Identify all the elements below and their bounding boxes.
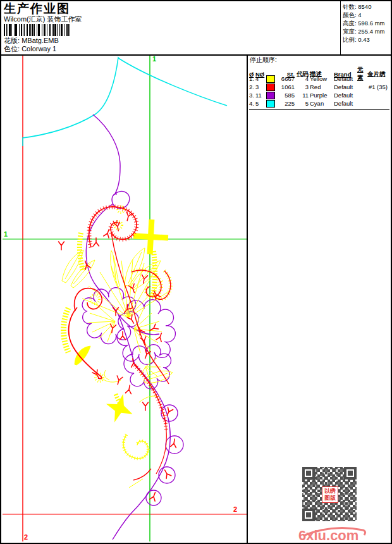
marker-label-right: 2: [233, 505, 237, 513]
stop-sequence-table: Ø NØ St. 代码 描述 Brand 元素 金片绣 1.4 66674 Ye…: [249, 66, 389, 110]
barcode: [4, 24, 71, 36]
table-header-row: Ø NØ St. 代码 描述 Brand 元素 金片绣: [249, 66, 389, 75]
qr-finder-icon: [302, 467, 315, 479]
height-row: 高度: 598.6 mm: [343, 19, 391, 27]
design-info-box: 针数: 8540 颜色: 4 高度: 598.6 mm 宽度: 255.4 mm…: [340, 1, 391, 54]
stitch-count-row: 针数: 8540: [343, 3, 391, 11]
tail-circle: [161, 405, 178, 421]
table-row: 3.11 58511 PurpleDefault: [249, 91, 389, 99]
logo-text: 6xiu.com: [298, 528, 358, 543]
qr-finder-icon: [302, 509, 315, 521]
color-swatch: [266, 100, 275, 108]
pattern-value: MBatg.EMB: [21, 37, 59, 44]
color-count-row: 颜色: 4: [343, 11, 391, 19]
color-swatch: [266, 83, 275, 91]
flower-outlines: [82, 288, 183, 505]
color-swatch: [266, 75, 275, 83]
pattern-row: 花版: MBatg.EMB: [4, 37, 338, 45]
marker-label-bottom: 2: [24, 533, 28, 541]
qr-code: 以绣图版: [302, 467, 357, 521]
colorway-label: 色位:: [4, 45, 20, 53]
registration-marks: 1 1 2 2: [3, 55, 247, 541]
table-row: 2.3 10613 RedDefault #1 (35): [249, 83, 389, 91]
worksheet-header: 生产作业图 Wilcom(汇京) 装饰工作室 花版: MBatg.EMB 色位:…: [1, 1, 391, 56]
stop-sequence-panel: 停止顺序: Ø NØ St. 代码 描述 Brand 元素 金片绣 1.4 66…: [247, 54, 391, 543]
qr-finder-icon: [344, 467, 357, 479]
colorway-row: 色位: Colorway 1: [4, 45, 338, 53]
site-logo: 6xiu.com: [297, 522, 373, 543]
color-swatch: [266, 92, 275, 99]
garment-outline: [23, 58, 227, 146]
stop-sequence-title: 停止顺序:: [248, 54, 391, 65]
table-row: 4.5 2255 CyanDefault: [249, 99, 389, 108]
qr-stamp: 以绣图版: [322, 486, 338, 503]
width-row: 宽度: 255.4 mm: [343, 27, 391, 35]
yellow-spiral: [123, 435, 148, 459]
marker-label-top: 1: [152, 55, 156, 63]
marker-label-left: 1: [4, 230, 8, 238]
yellow-stitching: [62, 248, 173, 488]
scale-row: 比例: 0.43: [343, 35, 391, 44]
design-canvas: 1 1 2 2: [1, 54, 248, 543]
studio-name: Wilcom(汇京) 装饰工作室: [4, 15, 338, 23]
header-left: 生产作业图 Wilcom(汇京) 装饰工作室 花版: MBatg.EMB 色位:…: [1, 1, 340, 54]
page-title: 生产作业图: [4, 2, 338, 15]
production-worksheet: 生产作业图 Wilcom(汇京) 装饰工作室 花版: MBatg.EMB 色位:…: [0, 0, 392, 544]
pattern-label: 花版:: [4, 37, 20, 44]
colorway-value: Colorway 1: [21, 45, 56, 53]
